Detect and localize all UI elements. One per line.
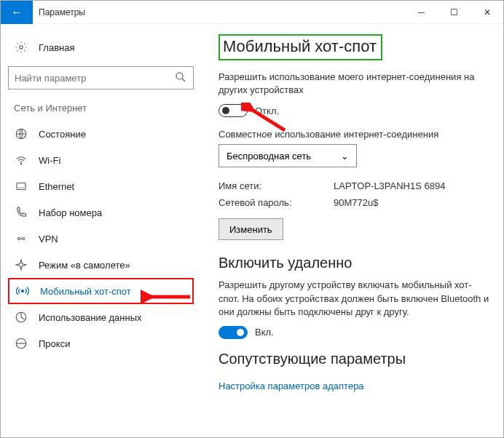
share-from-label: Совместное использование интернет-соедин… [218,129,490,140]
share-toggle-row: Откл. [218,104,490,117]
nav-home-label: Главная [39,42,74,53]
nav-vpn[interactable]: VPN [8,226,194,252]
share-description: Разрешить использование моего интернет-с… [218,71,490,97]
nav-status[interactable]: Состояние [8,121,194,147]
sidebar-group-label: Сеть и Интернет [14,103,188,114]
network-pass-value: 90M772u$ [334,197,378,208]
nav-label: Ethernet [39,181,74,192]
nav-label: Использование данных [39,312,142,323]
remote-title: Включить удаленно [218,255,490,271]
svg-point-7 [23,238,25,240]
gear-icon [14,40,28,55]
edit-button[interactable]: Изменить [218,218,283,240]
page-title: Мобильный хот-спот [218,34,382,60]
nav-label: Wi-Fi [39,155,60,166]
network-name-row: Имя сети: LAPTOP-L3PANH1S 6894 [218,180,490,191]
nav-label: Набор номера [39,207,102,218]
airplane-icon [14,258,28,272]
svg-point-1 [176,73,183,79]
network-pass-label: Сетевой пароль: [218,197,334,208]
nav-hotspot[interactable]: Мобильный хот-спот [8,278,194,304]
window-title: Параметры [39,7,405,17]
phone-icon [14,205,28,220]
search-box[interactable] [8,66,194,89]
svg-point-4 [20,164,22,165]
ethernet-icon [14,179,28,194]
maximize-button[interactable]: ☐ [438,1,470,24]
nav-dialup[interactable]: Набор номера [8,199,194,226]
search-icon [174,71,187,86]
remote-description: Разрешить другому устройству включать мо… [218,279,490,319]
data-usage-icon [14,310,28,324]
vpn-icon [14,231,28,246]
nav-ethernet[interactable]: Ethernet [8,173,194,199]
network-name-label: Имя сети: [218,180,334,191]
nav-datausage[interactable]: Использование данных [8,304,194,330]
window-controls: ─ ☐ ✕ [405,1,503,24]
arrow-left-icon: ← [11,6,23,19]
network-name-value: LAPTOP-L3PANH1S 6894 [334,180,445,191]
sidebar: Главная Сеть и Интернет Состояние Wi-Fi … [1,24,201,437]
svg-rect-5 [17,183,25,190]
minimize-button[interactable]: ─ [405,1,438,24]
nav-label: Прокси [39,338,70,349]
search-input[interactable] [15,73,174,84]
close-button[interactable]: ✕ [470,1,503,24]
svg-line-2 [182,79,185,81]
remote-toggle-row: Вкл. [218,326,490,339]
dropdown-value: Беспроводная сеть [227,151,311,162]
nav-label: Мобильный хот-спот [40,286,131,297]
nav-label: VPN [39,234,58,244]
svg-point-8 [22,290,24,292]
wifi-icon [14,153,28,167]
nav-home[interactable]: Главная [8,34,194,60]
globe-icon [14,127,28,141]
share-toggle[interactable] [218,104,248,117]
hotspot-icon [15,284,30,298]
remote-toggle-label: Вкл. [255,327,274,338]
nav-label: Режим «в самолете» [39,260,130,271]
svg-point-0 [20,46,23,49]
chevron-down-icon: ⌄ [341,151,349,162]
share-toggle-label: Откл. [255,105,279,116]
share-from-dropdown[interactable]: Беспроводная сеть ⌄ [218,144,357,167]
network-pass-row: Сетевой пароль: 90M772u$ [218,197,490,208]
svg-point-6 [18,238,20,240]
nav-label: Состояние [39,129,86,140]
main-panel: Мобильный хот-спот Разрешить использован… [201,24,503,437]
related-title: Сопутствующие параметры [218,351,490,367]
nav-proxy[interactable]: Прокси [8,330,194,357]
proxy-icon [14,336,28,351]
remote-toggle[interactable] [218,326,248,339]
nav-wifi[interactable]: Wi-Fi [8,147,194,173]
adapter-settings-link[interactable]: Настройка параметров адаптера [218,381,364,391]
nav-airplane[interactable]: Режим «в самолете» [8,252,194,278]
back-button[interactable]: ← [1,1,33,24]
titlebar: ← Параметры ─ ☐ ✕ [1,1,503,24]
